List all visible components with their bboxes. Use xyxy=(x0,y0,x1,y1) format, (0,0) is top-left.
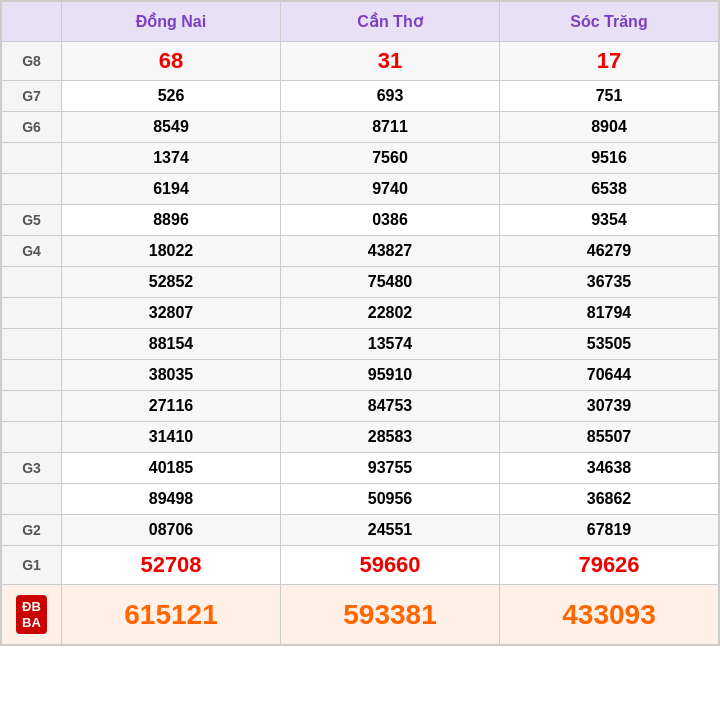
cell-value: 32807 xyxy=(62,298,281,329)
cell-value: 93755 xyxy=(281,453,500,484)
cell-value: 9516 xyxy=(500,143,719,174)
row-label xyxy=(2,329,62,360)
row-label xyxy=(2,484,62,515)
row-label: G5 xyxy=(2,205,62,236)
cell-value: 27116 xyxy=(62,391,281,422)
table-row: G7526693751 xyxy=(2,81,719,112)
row-label xyxy=(2,360,62,391)
table-row: G5889603869354 xyxy=(2,205,719,236)
cell-value: 88154 xyxy=(62,329,281,360)
row-label: G7 xyxy=(2,81,62,112)
header-row: Đồng Nai Cần Thơ Sóc Trăng xyxy=(2,2,719,42)
cell-value: 68 xyxy=(62,42,281,81)
row-label xyxy=(2,391,62,422)
row-label: ĐBBA xyxy=(2,585,62,645)
cell-value: 95910 xyxy=(281,360,500,391)
row-label xyxy=(2,143,62,174)
cell-value: 85507 xyxy=(500,422,719,453)
header-soc-trang: Sóc Trăng xyxy=(500,2,719,42)
special-prize-value: 433093 xyxy=(500,585,719,645)
special-prize-value: 615121 xyxy=(62,585,281,645)
row-label: G3 xyxy=(2,453,62,484)
table-row: 380359591070644 xyxy=(2,360,719,391)
cell-value: 6194 xyxy=(62,174,281,205)
table-row: 619497406538 xyxy=(2,174,719,205)
cell-value: 89498 xyxy=(62,484,281,515)
cell-value: 31410 xyxy=(62,422,281,453)
cell-value: 8904 xyxy=(500,112,719,143)
special-prize-value: 593381 xyxy=(281,585,500,645)
cell-value: 8711 xyxy=(281,112,500,143)
table-row: G8683117 xyxy=(2,42,719,81)
cell-value: 70644 xyxy=(500,360,719,391)
cell-value: 52852 xyxy=(62,267,281,298)
cell-value: 79626 xyxy=(500,546,719,585)
table-row: G4180224382746279 xyxy=(2,236,719,267)
cell-value: 526 xyxy=(62,81,281,112)
cell-value: 36862 xyxy=(500,484,719,515)
cell-value: 46279 xyxy=(500,236,719,267)
table-row: 314102858385507 xyxy=(2,422,719,453)
cell-value: 67819 xyxy=(500,515,719,546)
row-label xyxy=(2,267,62,298)
table-row: 881541357453505 xyxy=(2,329,719,360)
cell-value: 50956 xyxy=(281,484,500,515)
special-prize-row: ĐBBA615121593381433093 xyxy=(2,585,719,645)
cell-value: 0386 xyxy=(281,205,500,236)
cell-value: 13574 xyxy=(281,329,500,360)
cell-value: 9740 xyxy=(281,174,500,205)
cell-value: 31 xyxy=(281,42,500,81)
cell-value: 38035 xyxy=(62,360,281,391)
cell-value: 59660 xyxy=(281,546,500,585)
table-row: G2087062455167819 xyxy=(2,515,719,546)
cell-value: 08706 xyxy=(62,515,281,546)
cell-value: 751 xyxy=(500,81,719,112)
row-label: G8 xyxy=(2,42,62,81)
table-row: G1527085966079626 xyxy=(2,546,719,585)
row-label: G1 xyxy=(2,546,62,585)
cell-value: 9354 xyxy=(500,205,719,236)
cell-value: 6538 xyxy=(500,174,719,205)
table-row: 894985095636862 xyxy=(2,484,719,515)
cell-value: 40185 xyxy=(62,453,281,484)
row-label xyxy=(2,174,62,205)
cell-value: 1374 xyxy=(62,143,281,174)
row-label: G6 xyxy=(2,112,62,143)
table-row: G6854987118904 xyxy=(2,112,719,143)
cell-value: 34638 xyxy=(500,453,719,484)
cell-value: 8896 xyxy=(62,205,281,236)
row-label: G2 xyxy=(2,515,62,546)
cell-value: 7560 xyxy=(281,143,500,174)
table-row: 271168475330739 xyxy=(2,391,719,422)
cell-value: 81794 xyxy=(500,298,719,329)
header-can-tho: Cần Thơ xyxy=(281,2,500,42)
cell-value: 52708 xyxy=(62,546,281,585)
table-row: 328072280281794 xyxy=(2,298,719,329)
cell-value: 53505 xyxy=(500,329,719,360)
cell-value: 8549 xyxy=(62,112,281,143)
table-row: G3401859375534638 xyxy=(2,453,719,484)
table-row: 528527548036735 xyxy=(2,267,719,298)
header-empty xyxy=(2,2,62,42)
table-row: 137475609516 xyxy=(2,143,719,174)
row-label xyxy=(2,298,62,329)
header-dong-nai: Đồng Nai xyxy=(62,2,281,42)
cell-value: 17 xyxy=(500,42,719,81)
cell-value: 30739 xyxy=(500,391,719,422)
cell-value: 28583 xyxy=(281,422,500,453)
row-label xyxy=(2,422,62,453)
row-label: G4 xyxy=(2,236,62,267)
cell-value: 84753 xyxy=(281,391,500,422)
cell-value: 36735 xyxy=(500,267,719,298)
cell-value: 693 xyxy=(281,81,500,112)
cell-value: 75480 xyxy=(281,267,500,298)
cell-value: 18022 xyxy=(62,236,281,267)
cell-value: 22802 xyxy=(281,298,500,329)
cell-value: 43827 xyxy=(281,236,500,267)
lottery-table: Đồng Nai Cần Thơ Sóc Trăng G8683117G7526… xyxy=(0,0,720,646)
cell-value: 24551 xyxy=(281,515,500,546)
